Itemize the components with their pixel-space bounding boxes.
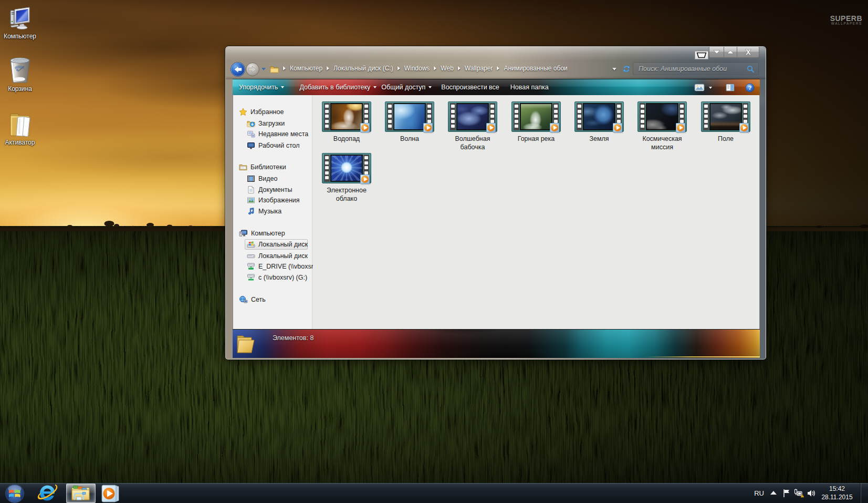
svg-text:?: ?	[748, 85, 752, 91]
